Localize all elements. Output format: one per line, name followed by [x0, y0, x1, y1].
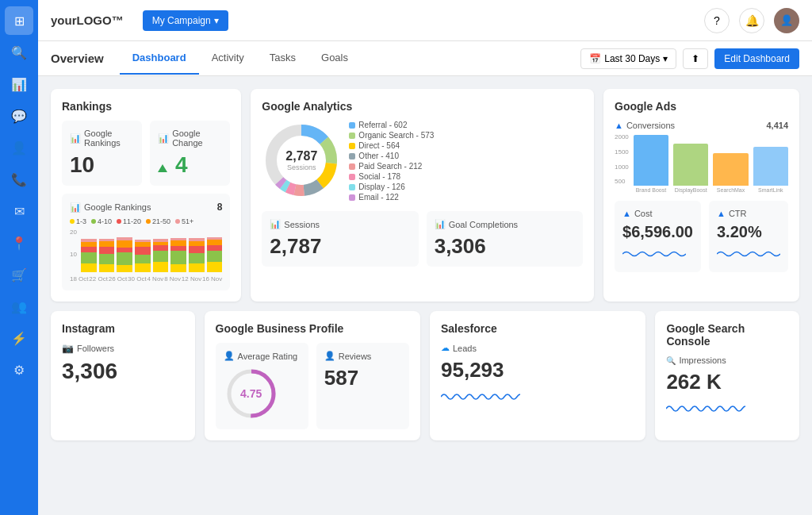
help-button[interactable]: ?	[704, 8, 730, 33]
legend-paid: Paid Search - 212	[349, 162, 583, 171]
topnav-right: ? 🔔 👤	[704, 8, 799, 33]
gbp-card: Google Business Profile 👤 Average Rating	[205, 311, 420, 440]
row-2: Instagram 📷 Followers 3,306 Google Busin…	[51, 311, 799, 440]
google-change-label: 📊 Google Change	[158, 129, 222, 148]
gsc-card: Google Search Console 🔍 Impressions 262 …	[655, 311, 799, 440]
sidebar-cart[interactable]: 🛒	[5, 260, 33, 289]
rating-display: 4.75	[224, 366, 301, 421]
rankings-bar-chart: 2010 // Generate bar groups inline via s…	[70, 230, 222, 274]
ads-bar-search-label: SearchMax	[717, 187, 745, 193]
ads-chart-wrapper: 200015001000500 Brand Boost DisplayBoost	[615, 133, 788, 193]
sidebar-settings[interactable]: ⚙	[5, 356, 33, 384]
ads-cost-value: $6,596.00	[622, 223, 693, 241]
sidebar-phone[interactable]: 📞	[5, 165, 33, 194]
rating-donut: 4.75	[224, 366, 279, 421]
avatar[interactable]: 👤	[774, 8, 799, 33]
tab-tasks[interactable]: Tasks	[257, 42, 308, 75]
gsc-stat: 🔍 Impressions 262 K	[666, 356, 788, 421]
rankings-card: Rankings 📊 Google Rankings 10 📊 Google C…	[51, 89, 241, 302]
subnav-tabs: Dashboard Activity Tasks Goals	[120, 42, 361, 75]
ig-followers-value: 3,306	[62, 359, 184, 384]
donut-center: 2,787 Sessions	[285, 149, 317, 171]
instagram-card: Instagram 📷 Followers 3,306	[51, 311, 195, 440]
gsc-impressions-value: 262 K	[666, 370, 788, 394]
sidebar-location[interactable]: 📍	[5, 229, 33, 257]
ads-title: Google Ads	[615, 100, 788, 113]
ads-ctr-label: ▲ CTR	[717, 209, 780, 218]
chevron-down-icon: ▾	[214, 15, 219, 26]
ads-bar-smart-bar	[753, 147, 788, 186]
notifications-button[interactable]: 🔔	[739, 8, 764, 33]
gbp-reviews-label: 👤 Reviews	[324, 351, 401, 361]
legend-21-50: 21-50	[146, 217, 170, 225]
donut-container: 2,787 Sessions	[262, 121, 341, 200]
gbp-title: Google Business Profile	[216, 322, 409, 335]
ctr-wavy-line	[717, 246, 780, 262]
rankings-chart-card: 📊 Google Rankings 8 1-3 4-10 11-20 21-50…	[62, 194, 230, 290]
ads-bar-display-bar	[673, 144, 708, 186]
share-button[interactable]: ⬆	[683, 48, 708, 69]
ads-ctr-stat: ▲ CTR 3.20%	[709, 201, 788, 272]
sidebar-search[interactable]: 🔍	[5, 38, 33, 67]
ads-bar-brand: Brand Boost	[634, 135, 668, 193]
ga-sessions-label: 📊 Sessions	[270, 219, 410, 229]
tab-goals[interactable]: Goals	[308, 42, 361, 75]
gbp-reviews-value: 587	[324, 366, 401, 390]
arrow-up-icon	[158, 164, 167, 172]
google-ads-card: Google Ads ▲ Conversions 4,414 200015001…	[603, 89, 799, 302]
logo: yourLOGO™	[51, 13, 124, 27]
legend-organic: Organic Search - 573	[349, 131, 583, 140]
ads-bar-search-bar	[713, 153, 748, 186]
ig-followers-label: 📷 Followers	[62, 343, 184, 354]
ads-bar-smart-label: SmartLink	[758, 187, 783, 193]
donut-value: 2,787	[285, 149, 317, 163]
sidebar-chat[interactable]: 💬	[5, 102, 33, 130]
sidebar-home[interactable]: ⊞	[5, 6, 33, 35]
legend-11-20: 11-20	[117, 217, 141, 225]
ads-conversions-header: ▲ Conversions 4,414	[615, 121, 788, 130]
google-change-mini: 📊 Google Change 4	[150, 121, 230, 186]
sf-wavy-line	[441, 387, 520, 406]
rating-center-value: 4.75	[240, 387, 262, 400]
google-change-value: 4	[158, 152, 222, 178]
sidebar-group[interactable]: 👥	[5, 292, 33, 321]
gsc-wavy-line	[666, 399, 745, 418]
donut-label: Sessions	[285, 163, 317, 171]
sidebar-chart[interactable]: 📊	[5, 70, 33, 98]
ads-bar-brand-bar	[634, 135, 668, 186]
sidebar-email[interactable]: ✉	[5, 197, 33, 225]
campaign-button[interactable]: My Campaign ▾	[143, 10, 228, 31]
legend-email: Email - 122	[349, 193, 583, 202]
ga-goals-label: 📊 Goal Completions	[435, 219, 575, 229]
rankings-chart-header: 📊 Google Rankings 8	[70, 202, 222, 213]
legend-display: Display - 126	[349, 183, 583, 191]
tab-dashboard[interactable]: Dashboard	[120, 42, 199, 75]
ga-donut: 2,787 Sessions	[262, 121, 341, 203]
gbp-rating-stat: 👤 Average Rating 4.75	[216, 343, 308, 429]
legend-51plus: 51+	[175, 217, 193, 225]
sidebar-lightning[interactable]: ⚡	[5, 324, 33, 352]
legend-direct: Direct - 564	[349, 141, 583, 150]
rankings-chart-num: 8	[217, 202, 223, 213]
google-rankings-value: 10	[70, 152, 134, 178]
edit-dashboard-button[interactable]: Edit Dashboard	[714, 48, 799, 69]
tab-activity[interactable]: Activity	[199, 42, 257, 75]
sidebar-person[interactable]: 👤	[5, 133, 33, 162]
date-range-button[interactable]: 📅 Last 30 Days ▾	[580, 48, 676, 69]
calendar-icon: 📅	[589, 53, 601, 64]
cost-wavy-line	[622, 246, 686, 262]
legend-1-3: 1-3	[70, 217, 86, 225]
sf-title: Salesforce	[441, 322, 634, 335]
rankings-legend: 1-3 4-10 11-20 21-50 51+	[70, 217, 222, 225]
ga-title: Google Analytics	[262, 100, 583, 113]
sf-leads-value: 95,293	[441, 358, 634, 382]
ads-cost-stat: ▲ Cost $6,596.00	[615, 201, 701, 272]
ads-bar-smart: SmartLink	[753, 147, 788, 193]
ga-goals-stat: 📊 Goal Completions 3,306	[427, 211, 583, 267]
donut-legend: Referral - 602 Organic Search - 573 Dire…	[349, 121, 583, 203]
sub-nav: Overview Dashboard Activity Tasks Goals …	[38, 41, 812, 76]
sf-stat: ☁ Leads 95,293	[441, 343, 634, 409]
y-axis: 2010	[70, 229, 77, 272]
rankings-inner: 📊 Google Rankings 10 📊 Google Change 4	[62, 121, 230, 186]
gbp-rating-label: 👤 Average Rating	[224, 351, 301, 361]
